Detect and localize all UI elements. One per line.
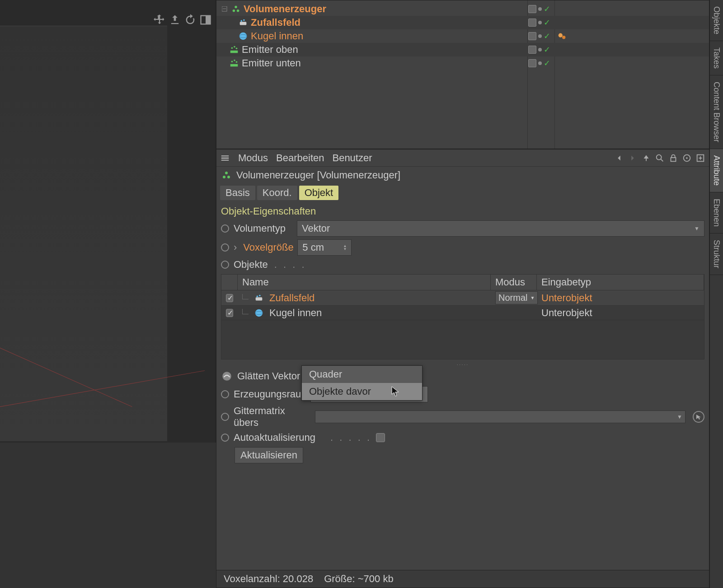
voxelgroesse-field[interactable]: 5 cm ▲▼ [297,239,352,256]
enable-check[interactable]: ✓ [544,5,552,13]
prop-label: Voxelgröße [243,242,293,253]
tree-label: Emitter oben [242,44,298,56]
layer-toggle[interactable] [528,5,536,13]
refresh-icon[interactable] [184,14,197,26]
side-tab-attribute[interactable]: Attribute [710,149,723,192]
smooth-filter-icon[interactable] [221,370,233,382]
col-name[interactable]: Name [238,275,491,290]
prop-voxelgroesse: › Voxelgröße 5 cm ▲▼ [216,238,709,257]
enable-check[interactable]: ✓ [544,19,552,27]
object-manager[interactable]: Volumenerzeuger ✓ Zufallsfeld ✓ [216,0,709,149]
vis-dot[interactable] [538,61,542,65]
tab-koord[interactable]: Koord. [257,186,297,200]
svg-point-17 [236,47,238,49]
anim-dot[interactable] [221,434,229,442]
new-window-icon[interactable] [695,153,705,163]
enable-check[interactable]: ✓ [544,46,552,54]
chevron-down-icon: ▼ [530,295,535,300]
svg-point-22 [657,154,662,159]
enable-check[interactable]: ✓ [544,32,552,40]
svg-point-36 [255,309,263,317]
menu-item-quader[interactable]: Quader [302,366,422,383]
search-icon[interactable] [655,153,665,163]
tree-row-kugel-innen[interactable]: Kugel innen ✓ [216,29,709,43]
tree-row-zufallsfeld[interactable]: Zufallsfeld ✓ [216,16,709,29]
side-tab-struktur[interactable]: Struktur [710,233,723,275]
tab-basis[interactable]: Basis [220,186,255,200]
svg-point-32 [227,176,230,178]
erzeugungsraum-menu[interactable]: Quader Objekte davor [301,365,423,401]
menu-icon[interactable] [220,153,230,163]
side-tab-content[interactable]: Content Browser [710,75,723,149]
tree-label: Zufallsfeld [251,17,300,28]
vis-dot[interactable] [538,48,542,51]
layer-toggle[interactable] [528,32,536,40]
table-row[interactable]: Zufallsfeld Normal ▼ Unterobjekt [221,290,704,306]
move-icon[interactable] [153,14,166,26]
menu-user[interactable]: Benutzer [332,152,372,164]
panel-icon[interactable] [199,14,212,26]
up-icon[interactable] [641,153,651,163]
row-checkbox[interactable] [226,309,233,317]
upload-icon[interactable] [169,14,181,26]
target-icon[interactable] [682,153,692,163]
layer-toggle[interactable] [528,46,536,54]
menu-item-objekte-davor[interactable]: Objekte davor [302,383,422,400]
layer-toggle[interactable] [528,19,536,27]
svg-point-13 [562,36,565,39]
side-tab-objekte[interactable]: Objekte [710,0,723,41]
sphere-icon [254,308,264,318]
tree-label: Kugel innen [251,30,303,42]
aktualisieren-button[interactable]: Aktualisieren [235,447,303,463]
tree-row-emitter-oben[interactable]: Emitter oben ✓ [216,43,709,56]
svg-rect-14 [230,51,238,53]
gittermatrix-link-field[interactable]: ▼ [315,411,685,423]
svg-point-8 [241,20,243,22]
vis-dot[interactable] [538,7,542,11]
objects-table: Name Modus Eingabetyp Zufallsfeld Normal… [221,274,704,359]
tree-row-emitter-unten[interactable]: Emitter unten ✓ [216,56,709,70]
simulation-tag-icon[interactable] [557,31,567,41]
expand-icon[interactable] [221,5,228,13]
spinner-icon[interactable]: ▲▼ [343,244,347,251]
resize-grip[interactable]: ····· [216,361,709,368]
vis-dot[interactable] [538,21,542,24]
pick-object-icon[interactable] [693,411,704,423]
vis-dot[interactable] [538,34,542,38]
anim-dot[interactable] [221,390,229,398]
forward-icon[interactable] [628,153,638,163]
svg-rect-1 [206,16,211,24]
viewport[interactable] [0,0,216,443]
svg-rect-24 [671,158,676,161]
prop-label: Autoaktualisierung [234,432,324,443]
prop-label: Erzeugungsraum [234,388,306,400]
svg-point-19 [231,61,233,63]
svg-point-16 [234,46,235,48]
back-icon[interactable] [614,153,624,163]
attr-toolbar: Modus Bearbeiten Benutzer [216,149,709,167]
row-checkbox[interactable] [226,294,233,302]
svg-point-9 [243,19,245,21]
prop-autoaktualisierung: Autoaktualisierung . . . . . [216,430,709,445]
autoaktualisierung-checkbox[interactable] [376,433,385,442]
anim-dot[interactable] [221,224,229,233]
menu-edit[interactable]: Bearbeiten [276,152,324,164]
menu-mode[interactable]: Modus [238,152,268,164]
anim-dot[interactable] [221,413,229,421]
lock-icon[interactable] [668,153,678,163]
expand-arrow-icon[interactable]: › [234,242,237,253]
side-tab-takes[interactable]: Takes [710,41,723,75]
svg-rect-7 [240,22,247,25]
table-row[interactable]: Kugel innen Unterobjekt [221,306,704,320]
row-modus-dropdown[interactable]: Normal ▼ [495,291,538,304]
col-eingabetyp[interactable]: Eingabetyp [537,275,704,290]
enable-check[interactable]: ✓ [544,59,552,67]
side-tab-ebenen[interactable]: Ebenen [710,192,723,233]
anim-dot[interactable] [221,261,229,269]
anim-dot[interactable] [221,243,229,252]
tree-row-volumenerzeuger[interactable]: Volumenerzeuger ✓ [216,2,709,16]
volumentyp-dropdown[interactable]: Vektor ▼ [297,220,704,237]
layer-toggle[interactable] [528,59,536,67]
tab-objekt[interactable]: Objekt [299,186,339,200]
col-modus[interactable]: Modus [491,275,537,290]
